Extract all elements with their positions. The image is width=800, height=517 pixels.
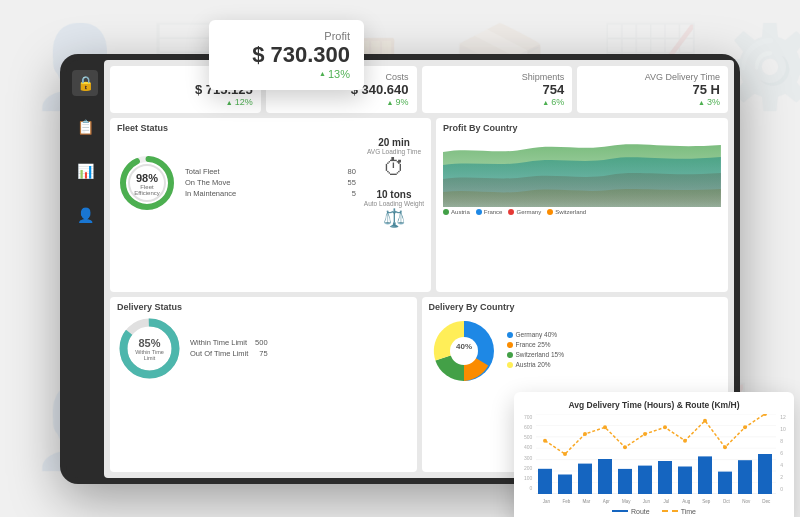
x-axis-labels: Jan Feb Mar Apr May Jun Jul Aug Sep Oct … [536, 499, 776, 504]
fleet-right-metrics: 20 min AVG Loading Time ⏱ 10 tons Auto L… [364, 137, 424, 229]
x-oct: Oct [716, 499, 736, 504]
svg-rect-17 [578, 463, 592, 493]
chart-body: Jan Feb Mar Apr May Jun Jul Aug Sep Oct … [536, 414, 776, 504]
sidebar-item-reporting[interactable]: 📊 [72, 158, 98, 184]
legend-germany: Germany [508, 209, 541, 215]
delivery-stats: Within Time Limit 500 Out Of Time Limit … [190, 338, 268, 360]
revenue-change: 12% [226, 97, 253, 107]
germany-pie-label: Germany 40% [516, 331, 558, 338]
fleet-content: 98% Fleet Efficiency Total Fleet 80 On T… [117, 137, 424, 229]
pie-chart: 40% [429, 316, 499, 386]
switzerland-dot [547, 209, 553, 215]
france-legend: France 25% [507, 341, 564, 348]
kpi-row: Revenue $ 715.125 12% Costs $ 340.640 9%… [110, 66, 728, 114]
austria-dot [443, 209, 449, 215]
profit-change: 13% [223, 68, 350, 80]
avg-loading-time-label: AVG Loading Time [367, 148, 421, 155]
within-time-label: Within Time Limit [190, 338, 247, 347]
svg-rect-24 [718, 471, 732, 493]
sidebar-item-workers[interactable]: 👤 [72, 202, 98, 228]
time-legend-label: Time [681, 508, 696, 515]
x-jan: Jan [536, 499, 556, 504]
profit-by-country-title: Profit By Country [443, 123, 721, 133]
within-time-value: 500 [255, 338, 268, 347]
delivery-donut: 85% Within Time Limit [117, 316, 182, 381]
total-fleet-value: 80 [348, 167, 356, 176]
route-legend: Route [612, 508, 650, 515]
x-jun: Jun [636, 499, 656, 504]
dbc-content: 40% Germany 40% France 25% [429, 316, 722, 386]
gauge-sublabel: Fleet Efficiency [132, 184, 162, 196]
donut-percentage: 85% [133, 337, 166, 349]
in-maintenance-value: 5 [352, 189, 356, 198]
chart-legend-row: Route Time [524, 508, 784, 515]
y-right-0: 0 [780, 486, 783, 492]
shipments-label: Shipments [522, 72, 565, 82]
chart-with-axis: 700 600 500 400 300 200 100 0 [524, 414, 784, 504]
x-dec: Dec [756, 499, 776, 504]
speedometer-icon: ⏱ [367, 155, 421, 181]
kpi-shipments: Shipments 754 6% [422, 66, 573, 114]
y-right-2: 2 [780, 474, 783, 480]
x-feb: Feb [556, 499, 576, 504]
y-axis-left: 700 600 500 400 300 200 100 0 [524, 414, 532, 494]
svg-point-37 [743, 425, 747, 429]
y-label-300: 300 [524, 455, 532, 461]
germany-dot [508, 209, 514, 215]
germany-label: Germany [516, 209, 541, 215]
time-legend: Time [662, 508, 696, 515]
sidebar-item-security[interactable]: 🔒 [72, 70, 98, 96]
x-nov: Nov [736, 499, 756, 504]
weight-icon: ⚖️ [364, 207, 424, 229]
time-legend-line [662, 510, 678, 512]
profit-float-card: Profit $ 730.300 13% [209, 20, 364, 90]
svg-rect-21 [658, 461, 672, 494]
avg-loading-weight-metric: 10 tons Auto Loading Weight ⚖️ [364, 189, 424, 229]
austria-pie-label: Austria 20% [516, 361, 551, 368]
x-apr: Apr [596, 499, 616, 504]
profit-chart-legend: Austria France Germany Switzerland [443, 209, 721, 215]
y-label-0: 0 [530, 485, 533, 491]
y-axis-right: 12 10 8 6 4 2 0 [780, 414, 786, 494]
delivery-status-panel: Delivery Status 85% Within Time Limit [110, 297, 417, 471]
on-the-move-stat: On The Move 55 [185, 178, 356, 187]
svg-point-29 [583, 432, 587, 436]
avg-loading-weight-label: Auto Loading Weight [364, 200, 424, 207]
svg-rect-22 [678, 466, 692, 494]
avg-delivery-float-chart: Avg Delivery Time (Hours) & Route (Km/H)… [514, 392, 794, 518]
svg-rect-16 [558, 474, 572, 494]
switzerland-pie-label: Switzerland 15% [516, 351, 564, 358]
y-label-100: 100 [524, 475, 532, 481]
profit-chart-svg [443, 137, 721, 207]
avg-delivery-value: 75 H [693, 82, 720, 98]
on-the-move-value: 55 [348, 178, 356, 187]
costs-change: 9% [387, 97, 409, 107]
y-label-200: 200 [524, 465, 532, 471]
out-of-time-stat: Out Of Time Limit 75 [190, 349, 268, 358]
svg-rect-23 [698, 456, 712, 494]
out-of-time-label: Out Of Time Limit [190, 349, 248, 358]
on-the-move-label: On The Move [185, 178, 230, 187]
bar-chart-svg [536, 414, 776, 494]
within-time-stat: Within Time Limit 500 [190, 338, 268, 347]
x-jul: Jul [656, 499, 676, 504]
fleet-stats: Total Fleet 80 On The Move 55 In Mainten… [185, 167, 356, 200]
shipments-value: 754 [543, 82, 565, 98]
svg-point-34 [683, 438, 687, 442]
kpi-avg-delivery: AVG Delivery Time 75 H 3% [577, 66, 728, 114]
svg-point-31 [623, 445, 627, 449]
tablet-container: 🔒 📋 📊 👤 Profit $ 730.300 13% Revenue $ 7… [60, 54, 740, 484]
svg-point-32 [643, 432, 647, 436]
france-dot [476, 209, 482, 215]
svg-rect-26 [758, 454, 772, 494]
y-right-10: 10 [780, 426, 786, 432]
svg-point-36 [723, 445, 727, 449]
svg-point-30 [603, 425, 607, 429]
svg-rect-25 [738, 460, 752, 494]
y-label-500: 500 [524, 434, 532, 440]
svg-point-27 [543, 438, 547, 442]
in-maintenance-label: In Maintenance [185, 189, 236, 198]
y-right-6: 6 [780, 450, 783, 456]
sidebar-item-orders[interactable]: 📋 [72, 114, 98, 140]
avg-delivery-chart-title: Avg Delivery Time (Hours) & Route (Km/H) [524, 400, 784, 410]
